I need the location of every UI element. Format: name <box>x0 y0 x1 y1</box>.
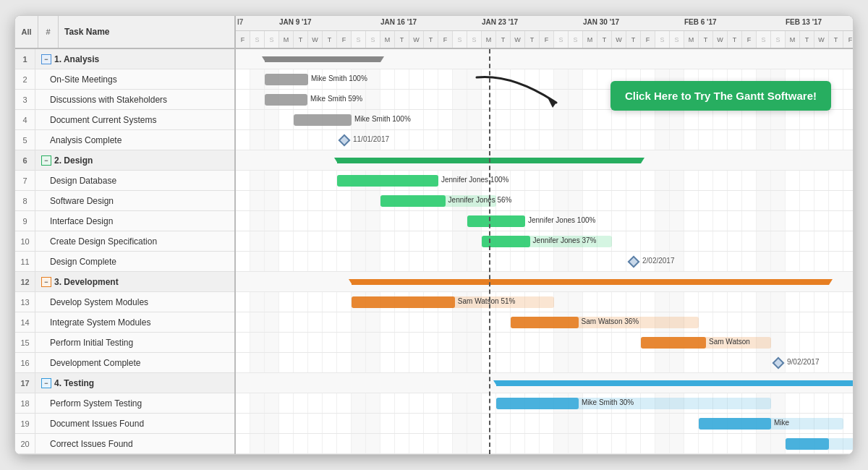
task-row: 9 Interface Design <box>15 211 234 231</box>
expand-icon[interactable]: − <box>41 54 51 64</box>
task-name: Correct Issues Found <box>35 439 234 449</box>
gantt-wrapper: All # Task Name 1 − 1. Analysis 2 On-Sit… <box>14 15 854 455</box>
chart-header: I7JAN 9 '17JAN 16 '17JAN 23 '17JAN 30 '1… <box>236 16 853 49</box>
task-row: 8 Software Design <box>15 191 234 211</box>
task-num: 5 <box>15 130 35 150</box>
task-row: 13 Develop System Modules <box>15 292 234 312</box>
task-row: 1 − 1. Analysis <box>15 49 234 69</box>
task-name: Document Current Systems <box>35 115 234 125</box>
task-num: 15 <box>15 333 35 352</box>
task-name: Interface Design <box>35 216 234 226</box>
task-row: 4 Document Current Systems <box>15 110 234 130</box>
task-name: Document Issues Found <box>35 419 234 429</box>
task-num: 17 <box>15 373 35 393</box>
task-row: 3 Discussions with Stakeholders <box>15 90 234 110</box>
task-num: 2 <box>15 69 35 89</box>
task-row: 20 Correct Issues Found <box>15 434 234 454</box>
task-num: 11 <box>15 252 35 271</box>
task-row: 7 Design Database <box>15 171 234 191</box>
task-name: Design Database <box>35 176 234 186</box>
task-name: Design Complete <box>35 257 234 267</box>
task-row: 2 On-Site Meetings <box>15 69 234 90</box>
task-name: On-Site Meetings <box>35 74 234 85</box>
task-num: 6 <box>15 150 35 170</box>
expand-icon[interactable]: − <box>41 155 51 166</box>
task-row: 14 Integrate System Modules <box>15 312 234 333</box>
task-name: Develop System Modules <box>35 297 234 307</box>
task-name: Integrate System Modules <box>35 317 234 328</box>
cta-button[interactable]: Click Here to Try The Gantt Software! <box>610 81 831 111</box>
task-list-header: All # Task Name <box>15 16 234 49</box>
task-num: 9 <box>15 211 35 231</box>
expand-icon[interactable]: − <box>41 277 51 287</box>
expand-icon[interactable]: − <box>41 378 51 388</box>
col-num-header: # <box>38 16 59 48</box>
task-num: 8 <box>15 191 35 210</box>
task-name: Perform Initial Testing <box>35 338 234 348</box>
task-name: − 1. Analysis <box>35 54 234 64</box>
task-num: 13 <box>15 292 35 312</box>
task-name: Development Complete <box>35 358 234 368</box>
task-list: All # Task Name 1 − 1. Analysis 2 On-Sit… <box>15 16 236 454</box>
task-row: 19 Document Issues Found <box>15 414 234 434</box>
task-num: 3 <box>15 90 35 109</box>
task-row: 17 − 4. Testing <box>15 373 234 393</box>
task-name: Discussions with Stakeholders <box>35 95 234 105</box>
task-row: 16 Development Complete <box>15 353 234 373</box>
task-num: 1 <box>15 49 35 69</box>
task-name: − 3. Development <box>35 277 234 287</box>
task-num: 10 <box>15 231 35 251</box>
col-task-name-header: Task Name <box>59 27 234 37</box>
task-num: 19 <box>15 414 35 433</box>
task-num: 18 <box>15 393 35 413</box>
task-row: 5 Analysis Complete <box>15 130 234 150</box>
task-row: 6 − 2. Design <box>15 150 234 171</box>
task-name: Analysis Complete <box>35 135 234 145</box>
task-num: 7 <box>15 171 35 190</box>
task-name: Create Design Specification <box>35 236 234 247</box>
task-num: 4 <box>15 110 35 129</box>
task-name: − 4. Testing <box>35 378 234 388</box>
task-row: 18 Perform System Testing <box>15 393 234 414</box>
task-num: 14 <box>15 312 35 332</box>
task-row: 15 Perform Initial Testing <box>15 333 234 353</box>
task-name: Software Design <box>35 196 234 206</box>
task-row: 12 − 3. Development <box>15 272 234 292</box>
task-row: 10 Create Design Specification <box>15 231 234 252</box>
task-num: 16 <box>15 353 35 372</box>
col-all-header: All <box>15 16 38 48</box>
task-num: 20 <box>15 434 35 453</box>
task-name: − 2. Design <box>35 155 234 166</box>
task-num: 12 <box>15 272 35 291</box>
task-row: 11 Design Complete <box>15 252 234 272</box>
task-name: Perform System Testing <box>35 398 234 409</box>
